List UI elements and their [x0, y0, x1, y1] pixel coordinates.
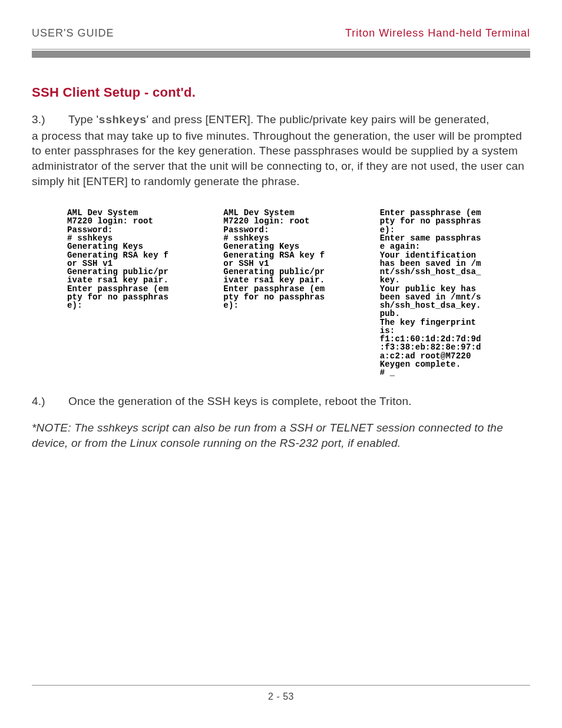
- terminal-screen-2: AML Dev System M7220 login: root Passwor…: [223, 209, 368, 377]
- step-4-text: Once the generation of the SSH keys is c…: [68, 394, 412, 409]
- header-right: Triton Wireless Hand-held Terminal: [345, 27, 530, 39]
- header-left: USER'S GUIDE: [32, 27, 114, 39]
- step-3-line1: Type 'sshkeys' and press [ENTER]. The pu…: [68, 112, 489, 129]
- page-footer: 2 - 53: [32, 685, 530, 702]
- step-4-number: 4.): [32, 394, 52, 409]
- step-3-body: a process that may take up to five minut…: [32, 129, 530, 189]
- sshkeys-command: sshkeys: [98, 114, 146, 127]
- step-3: 3.) Type 'sshkeys' and press [ENTER]. Th…: [32, 112, 530, 189]
- page-header: USER'S GUIDE Triton Wireless Hand-held T…: [32, 27, 530, 39]
- terminal-screen-3: Enter passphrase (em pty for no passphra…: [380, 209, 524, 377]
- header-rule: [32, 49, 530, 58]
- terminal-screen-1: AML Dev System M7220 login: root Passwor…: [67, 209, 211, 377]
- step-3-number: 3.): [32, 112, 52, 129]
- step-4: 4.) Once the generation of the SSH keys …: [32, 394, 530, 409]
- note: *NOTE: The sshkeys script can also be ru…: [32, 420, 530, 450]
- terminal-screenshots: AML Dev System M7220 login: root Passwor…: [67, 209, 524, 377]
- section-title: SSH Client Setup - cont'd.: [32, 85, 530, 100]
